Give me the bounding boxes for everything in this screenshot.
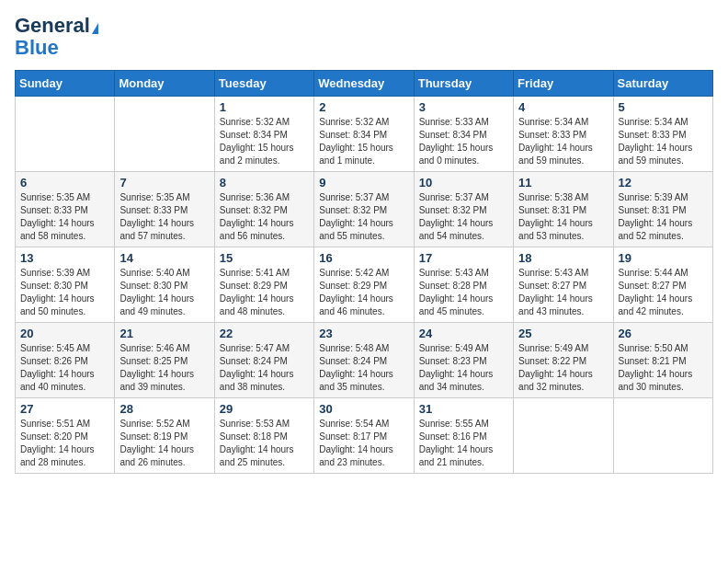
day-number: 13 xyxy=(20,251,109,265)
day-info: Sunrise: 5:35 AMSunset: 8:33 PMDaylight:… xyxy=(20,191,109,243)
day-number: 16 xyxy=(319,251,408,265)
day-number: 23 xyxy=(319,327,408,340)
day-info: Sunrise: 5:40 AMSunset: 8:30 PMDaylight:… xyxy=(119,267,209,318)
weekday-header-friday: Friday xyxy=(514,71,613,97)
day-number: 20 xyxy=(20,327,109,340)
calendar-cell: 6Sunrise: 5:35 AMSunset: 8:33 PMDaylight… xyxy=(16,172,115,247)
calendar-cell: 19Sunrise: 5:44 AMSunset: 8:27 PMDayligh… xyxy=(613,247,712,323)
day-info: Sunrise: 5:39 AMSunset: 8:30 PMDaylight:… xyxy=(20,267,109,318)
calendar-cell: 20Sunrise: 5:45 AMSunset: 8:26 PMDayligh… xyxy=(16,323,115,398)
calendar-cell: 26Sunrise: 5:50 AMSunset: 8:21 PMDayligh… xyxy=(613,323,712,398)
day-number: 25 xyxy=(518,327,608,340)
calendar-cell xyxy=(115,97,214,172)
day-info: Sunrise: 5:55 AMSunset: 8:16 PMDaylight:… xyxy=(419,418,508,469)
calendar-cell: 16Sunrise: 5:42 AMSunset: 8:29 PMDayligh… xyxy=(314,247,414,323)
day-number: 28 xyxy=(119,402,209,416)
day-info: Sunrise: 5:32 AMSunset: 8:34 PMDaylight:… xyxy=(319,116,408,167)
day-info: Sunrise: 5:38 AMSunset: 8:31 PMDaylight:… xyxy=(518,191,608,243)
day-info: Sunrise: 5:33 AMSunset: 8:34 PMDaylight:… xyxy=(419,116,508,167)
weekday-header-row: SundayMondayTuesdayWednesdayThursdayFrid… xyxy=(16,71,713,97)
day-info: Sunrise: 5:53 AMSunset: 8:18 PMDaylight:… xyxy=(220,418,309,469)
calendar-week-2: 6Sunrise: 5:35 AMSunset: 8:33 PMDaylight… xyxy=(16,172,713,247)
calendar-cell: 13Sunrise: 5:39 AMSunset: 8:30 PMDayligh… xyxy=(16,247,115,323)
day-number: 1 xyxy=(220,100,309,114)
calendar-cell: 9Sunrise: 5:37 AMSunset: 8:32 PMDaylight… xyxy=(314,172,414,247)
day-info: Sunrise: 5:42 AMSunset: 8:29 PMDaylight:… xyxy=(319,267,408,318)
calendar-cell: 22Sunrise: 5:47 AMSunset: 8:24 PMDayligh… xyxy=(214,323,313,398)
day-info: Sunrise: 5:36 AMSunset: 8:32 PMDaylight:… xyxy=(220,191,309,243)
weekday-header-monday: Monday xyxy=(115,71,214,97)
day-number: 2 xyxy=(319,100,408,114)
calendar-cell: 23Sunrise: 5:48 AMSunset: 8:24 PMDayligh… xyxy=(314,323,414,398)
day-info: Sunrise: 5:43 AMSunset: 8:28 PMDaylight:… xyxy=(419,267,508,318)
calendar-week-4: 20Sunrise: 5:45 AMSunset: 8:26 PMDayligh… xyxy=(16,323,713,398)
calendar-cell: 4Sunrise: 5:34 AMSunset: 8:33 PMDaylight… xyxy=(514,97,613,172)
day-info: Sunrise: 5:37 AMSunset: 8:32 PMDaylight:… xyxy=(319,191,408,243)
day-number: 15 xyxy=(220,251,309,265)
day-number: 11 xyxy=(518,176,608,190)
calendar-cell: 3Sunrise: 5:33 AMSunset: 8:34 PMDaylight… xyxy=(414,97,513,172)
day-number: 14 xyxy=(119,251,209,265)
day-info: Sunrise: 5:39 AMSunset: 8:31 PMDaylight:… xyxy=(619,191,708,243)
day-info: Sunrise: 5:49 AMSunset: 8:22 PMDaylight:… xyxy=(518,342,608,394)
calendar-cell: 1Sunrise: 5:32 AMSunset: 8:34 PMDaylight… xyxy=(214,97,313,172)
day-info: Sunrise: 5:51 AMSunset: 8:20 PMDaylight:… xyxy=(20,418,109,469)
weekday-header-tuesday: Tuesday xyxy=(214,71,313,97)
day-info: Sunrise: 5:52 AMSunset: 8:19 PMDaylight:… xyxy=(119,418,209,469)
calendar-cell: 5Sunrise: 5:34 AMSunset: 8:33 PMDaylight… xyxy=(613,97,712,172)
day-number: 9 xyxy=(319,176,408,190)
day-info: Sunrise: 5:41 AMSunset: 8:29 PMDaylight:… xyxy=(220,267,309,318)
weekday-header-sunday: Sunday xyxy=(16,71,115,97)
logo-blue-text: Blue xyxy=(15,36,59,59)
calendar-cell: 21Sunrise: 5:46 AMSunset: 8:25 PMDayligh… xyxy=(115,323,214,398)
calendar-cell: 8Sunrise: 5:36 AMSunset: 8:32 PMDaylight… xyxy=(214,172,313,247)
day-number: 27 xyxy=(20,402,109,416)
day-number: 3 xyxy=(419,100,508,114)
day-info: Sunrise: 5:37 AMSunset: 8:32 PMDaylight:… xyxy=(419,191,508,243)
calendar-cell: 18Sunrise: 5:43 AMSunset: 8:27 PMDayligh… xyxy=(514,247,613,323)
logo: General Blue xyxy=(15,15,98,59)
calendar-cell: 24Sunrise: 5:49 AMSunset: 8:23 PMDayligh… xyxy=(414,323,513,398)
logo-text: General xyxy=(15,15,98,37)
day-number: 8 xyxy=(220,176,309,190)
weekday-header-thursday: Thursday xyxy=(414,71,513,97)
calendar-cell: 28Sunrise: 5:52 AMSunset: 8:19 PMDayligh… xyxy=(115,398,214,474)
calendar-table: SundayMondayTuesdayWednesdayThursdayFrid… xyxy=(15,70,713,474)
day-info: Sunrise: 5:32 AMSunset: 8:34 PMDaylight:… xyxy=(220,116,309,167)
day-info: Sunrise: 5:44 AMSunset: 8:27 PMDaylight:… xyxy=(619,267,708,318)
day-info: Sunrise: 5:43 AMSunset: 8:27 PMDaylight:… xyxy=(518,267,608,318)
day-number: 17 xyxy=(419,251,508,265)
day-number: 7 xyxy=(119,176,209,190)
day-info: Sunrise: 5:46 AMSunset: 8:25 PMDaylight:… xyxy=(119,342,209,394)
day-info: Sunrise: 5:50 AMSunset: 8:21 PMDaylight:… xyxy=(619,342,708,394)
calendar-cell xyxy=(16,97,115,172)
calendar-cell: 17Sunrise: 5:43 AMSunset: 8:28 PMDayligh… xyxy=(414,247,513,323)
day-info: Sunrise: 5:45 AMSunset: 8:26 PMDaylight:… xyxy=(20,342,109,394)
day-number: 30 xyxy=(319,402,408,416)
calendar-cell: 29Sunrise: 5:53 AMSunset: 8:18 PMDayligh… xyxy=(214,398,313,474)
day-info: Sunrise: 5:49 AMSunset: 8:23 PMDaylight:… xyxy=(419,342,508,394)
day-number: 18 xyxy=(518,251,608,265)
day-number: 26 xyxy=(619,327,708,340)
calendar-cell: 15Sunrise: 5:41 AMSunset: 8:29 PMDayligh… xyxy=(214,247,313,323)
calendar-week-3: 13Sunrise: 5:39 AMSunset: 8:30 PMDayligh… xyxy=(16,247,713,323)
page-header: General Blue xyxy=(15,15,713,59)
day-number: 29 xyxy=(220,402,309,416)
calendar-week-1: 1Sunrise: 5:32 AMSunset: 8:34 PMDaylight… xyxy=(16,97,713,172)
weekday-header-saturday: Saturday xyxy=(613,71,712,97)
day-info: Sunrise: 5:47 AMSunset: 8:24 PMDaylight:… xyxy=(220,342,309,394)
day-info: Sunrise: 5:34 AMSunset: 8:33 PMDaylight:… xyxy=(619,116,708,167)
calendar-cell: 10Sunrise: 5:37 AMSunset: 8:32 PMDayligh… xyxy=(414,172,513,247)
weekday-header-wednesday: Wednesday xyxy=(314,71,414,97)
calendar-cell: 2Sunrise: 5:32 AMSunset: 8:34 PMDaylight… xyxy=(314,97,414,172)
calendar-cell: 30Sunrise: 5:54 AMSunset: 8:17 PMDayligh… xyxy=(314,398,414,474)
day-number: 21 xyxy=(119,327,209,340)
day-info: Sunrise: 5:48 AMSunset: 8:24 PMDaylight:… xyxy=(319,342,408,394)
calendar-cell xyxy=(613,398,712,474)
day-number: 22 xyxy=(220,327,309,340)
day-info: Sunrise: 5:54 AMSunset: 8:17 PMDaylight:… xyxy=(319,418,408,469)
day-number: 5 xyxy=(619,100,708,114)
day-info: Sunrise: 5:34 AMSunset: 8:33 PMDaylight:… xyxy=(518,116,608,167)
calendar-cell: 31Sunrise: 5:55 AMSunset: 8:16 PMDayligh… xyxy=(414,398,513,474)
calendar-cell: 27Sunrise: 5:51 AMSunset: 8:20 PMDayligh… xyxy=(16,398,115,474)
